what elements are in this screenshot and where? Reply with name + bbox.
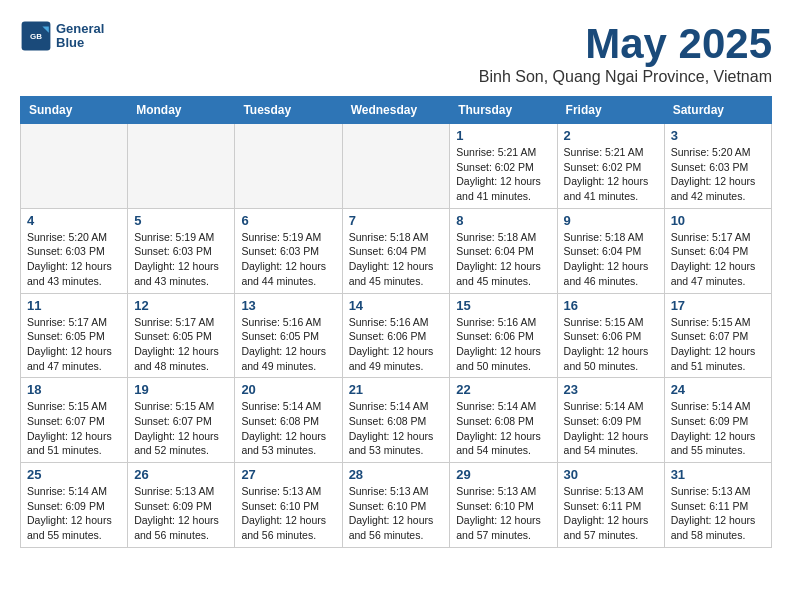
day-info: Sunrise: 5:15 AM Sunset: 6:07 PM Dayligh… [671, 315, 765, 374]
day-number: 20 [241, 382, 335, 397]
calendar-cell: 10Sunrise: 5:17 AM Sunset: 6:04 PM Dayli… [664, 208, 771, 293]
day-number: 15 [456, 298, 550, 313]
day-info: Sunrise: 5:15 AM Sunset: 6:07 PM Dayligh… [27, 399, 121, 458]
day-header-wednesday: Wednesday [342, 97, 450, 124]
day-number: 8 [456, 213, 550, 228]
calendar-cell: 6Sunrise: 5:19 AM Sunset: 6:03 PM Daylig… [235, 208, 342, 293]
logo-line2: Blue [56, 36, 104, 50]
day-number: 1 [456, 128, 550, 143]
day-info: Sunrise: 5:20 AM Sunset: 6:03 PM Dayligh… [671, 145, 765, 204]
calendar-title: May 2025 [479, 20, 772, 68]
day-info: Sunrise: 5:15 AM Sunset: 6:06 PM Dayligh… [564, 315, 658, 374]
day-header-friday: Friday [557, 97, 664, 124]
day-number: 27 [241, 467, 335, 482]
day-number: 26 [134, 467, 228, 482]
day-info: Sunrise: 5:13 AM Sunset: 6:11 PM Dayligh… [564, 484, 658, 543]
day-number: 10 [671, 213, 765, 228]
day-number: 4 [27, 213, 121, 228]
day-info: Sunrise: 5:15 AM Sunset: 6:07 PM Dayligh… [134, 399, 228, 458]
calendar-cell: 23Sunrise: 5:14 AM Sunset: 6:09 PM Dayli… [557, 378, 664, 463]
day-info: Sunrise: 5:13 AM Sunset: 6:10 PM Dayligh… [349, 484, 444, 543]
day-info: Sunrise: 5:18 AM Sunset: 6:04 PM Dayligh… [564, 230, 658, 289]
calendar-cell: 9Sunrise: 5:18 AM Sunset: 6:04 PM Daylig… [557, 208, 664, 293]
day-header-saturday: Saturday [664, 97, 771, 124]
calendar-cell: 17Sunrise: 5:15 AM Sunset: 6:07 PM Dayli… [664, 293, 771, 378]
day-number: 16 [564, 298, 658, 313]
day-number: 17 [671, 298, 765, 313]
calendar-cell: 31Sunrise: 5:13 AM Sunset: 6:11 PM Dayli… [664, 463, 771, 548]
day-number: 22 [456, 382, 550, 397]
logo-icon: GB [20, 20, 52, 52]
logo-line1: General [56, 22, 104, 36]
day-info: Sunrise: 5:17 AM Sunset: 6:05 PM Dayligh… [134, 315, 228, 374]
logo: GB General Blue [20, 20, 104, 52]
day-info: Sunrise: 5:21 AM Sunset: 6:02 PM Dayligh… [564, 145, 658, 204]
day-number: 29 [456, 467, 550, 482]
day-number: 3 [671, 128, 765, 143]
day-info: Sunrise: 5:14 AM Sunset: 6:09 PM Dayligh… [564, 399, 658, 458]
week-row-5: 25Sunrise: 5:14 AM Sunset: 6:09 PM Dayli… [21, 463, 772, 548]
calendar-cell: 26Sunrise: 5:13 AM Sunset: 6:09 PM Dayli… [128, 463, 235, 548]
day-header-tuesday: Tuesday [235, 97, 342, 124]
day-number: 31 [671, 467, 765, 482]
day-info: Sunrise: 5:16 AM Sunset: 6:06 PM Dayligh… [456, 315, 550, 374]
day-info: Sunrise: 5:13 AM Sunset: 6:10 PM Dayligh… [241, 484, 335, 543]
day-info: Sunrise: 5:16 AM Sunset: 6:06 PM Dayligh… [349, 315, 444, 374]
day-info: Sunrise: 5:17 AM Sunset: 6:04 PM Dayligh… [671, 230, 765, 289]
day-number: 18 [27, 382, 121, 397]
day-info: Sunrise: 5:14 AM Sunset: 6:08 PM Dayligh… [349, 399, 444, 458]
day-info: Sunrise: 5:17 AM Sunset: 6:05 PM Dayligh… [27, 315, 121, 374]
day-info: Sunrise: 5:13 AM Sunset: 6:10 PM Dayligh… [456, 484, 550, 543]
calendar-cell: 28Sunrise: 5:13 AM Sunset: 6:10 PM Dayli… [342, 463, 450, 548]
calendar-cell: 29Sunrise: 5:13 AM Sunset: 6:10 PM Dayli… [450, 463, 557, 548]
calendar-cell: 19Sunrise: 5:15 AM Sunset: 6:07 PM Dayli… [128, 378, 235, 463]
calendar-cell: 24Sunrise: 5:14 AM Sunset: 6:09 PM Dayli… [664, 378, 771, 463]
calendar-cell: 22Sunrise: 5:14 AM Sunset: 6:08 PM Dayli… [450, 378, 557, 463]
day-info: Sunrise: 5:14 AM Sunset: 6:08 PM Dayligh… [241, 399, 335, 458]
calendar-cell: 14Sunrise: 5:16 AM Sunset: 6:06 PM Dayli… [342, 293, 450, 378]
title-area: May 2025 Binh Son, Quang Ngai Province, … [479, 20, 772, 86]
calendar-cell [128, 124, 235, 209]
calendar-cell: 7Sunrise: 5:18 AM Sunset: 6:04 PM Daylig… [342, 208, 450, 293]
week-row-1: 1Sunrise: 5:21 AM Sunset: 6:02 PM Daylig… [21, 124, 772, 209]
day-number: 21 [349, 382, 444, 397]
day-header-monday: Monday [128, 97, 235, 124]
calendar-cell: 13Sunrise: 5:16 AM Sunset: 6:05 PM Dayli… [235, 293, 342, 378]
day-number: 11 [27, 298, 121, 313]
week-row-3: 11Sunrise: 5:17 AM Sunset: 6:05 PM Dayli… [21, 293, 772, 378]
week-row-2: 4Sunrise: 5:20 AM Sunset: 6:03 PM Daylig… [21, 208, 772, 293]
day-number: 25 [27, 467, 121, 482]
calendar-cell: 25Sunrise: 5:14 AM Sunset: 6:09 PM Dayli… [21, 463, 128, 548]
day-info: Sunrise: 5:21 AM Sunset: 6:02 PM Dayligh… [456, 145, 550, 204]
calendar-cell: 1Sunrise: 5:21 AM Sunset: 6:02 PM Daylig… [450, 124, 557, 209]
calendar-cell: 3Sunrise: 5:20 AM Sunset: 6:03 PM Daylig… [664, 124, 771, 209]
calendar-cell: 15Sunrise: 5:16 AM Sunset: 6:06 PM Dayli… [450, 293, 557, 378]
calendar-cell: 2Sunrise: 5:21 AM Sunset: 6:02 PM Daylig… [557, 124, 664, 209]
day-number: 23 [564, 382, 658, 397]
day-number: 9 [564, 213, 658, 228]
day-number: 12 [134, 298, 228, 313]
calendar-cell: 8Sunrise: 5:18 AM Sunset: 6:04 PM Daylig… [450, 208, 557, 293]
day-number: 24 [671, 382, 765, 397]
day-number: 19 [134, 382, 228, 397]
calendar-cell: 16Sunrise: 5:15 AM Sunset: 6:06 PM Dayli… [557, 293, 664, 378]
day-number: 6 [241, 213, 335, 228]
calendar-cell: 11Sunrise: 5:17 AM Sunset: 6:05 PM Dayli… [21, 293, 128, 378]
day-number: 2 [564, 128, 658, 143]
day-info: Sunrise: 5:13 AM Sunset: 6:11 PM Dayligh… [671, 484, 765, 543]
week-row-4: 18Sunrise: 5:15 AM Sunset: 6:07 PM Dayli… [21, 378, 772, 463]
day-info: Sunrise: 5:18 AM Sunset: 6:04 PM Dayligh… [456, 230, 550, 289]
calendar-cell: 4Sunrise: 5:20 AM Sunset: 6:03 PM Daylig… [21, 208, 128, 293]
day-header-sunday: Sunday [21, 97, 128, 124]
calendar-cell: 18Sunrise: 5:15 AM Sunset: 6:07 PM Dayli… [21, 378, 128, 463]
calendar-cell: 20Sunrise: 5:14 AM Sunset: 6:08 PM Dayli… [235, 378, 342, 463]
logo-text: General Blue [56, 22, 104, 51]
calendar-cell [235, 124, 342, 209]
day-info: Sunrise: 5:19 AM Sunset: 6:03 PM Dayligh… [241, 230, 335, 289]
calendar-table: SundayMondayTuesdayWednesdayThursdayFrid… [20, 96, 772, 548]
day-header-thursday: Thursday [450, 97, 557, 124]
day-info: Sunrise: 5:18 AM Sunset: 6:04 PM Dayligh… [349, 230, 444, 289]
day-info: Sunrise: 5:14 AM Sunset: 6:09 PM Dayligh… [671, 399, 765, 458]
day-number: 30 [564, 467, 658, 482]
header-row: SundayMondayTuesdayWednesdayThursdayFrid… [21, 97, 772, 124]
